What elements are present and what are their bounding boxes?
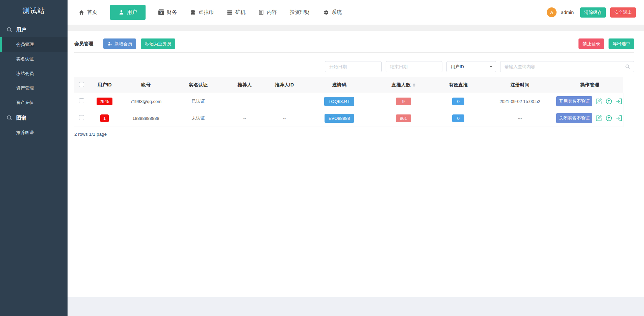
nav-item-system[interactable]: 系统 xyxy=(323,9,342,16)
valid-direct-badge: 0 xyxy=(452,98,464,105)
col-invite-code: 邀请码 xyxy=(305,77,374,93)
edit-icon[interactable] xyxy=(595,114,602,122)
search-box xyxy=(500,61,634,72)
invite-code-badge: TOQ63J4T xyxy=(324,97,354,106)
realname-status-cell: 已认证 xyxy=(171,93,225,110)
toggle-realname-button[interactable]: 关闭实名不验证 xyxy=(556,113,592,123)
search-input[interactable] xyxy=(500,61,634,72)
search-field-select-input[interactable]: 用户ID xyxy=(446,61,496,72)
home-icon xyxy=(78,9,84,16)
top-navbar: 首页 用户 ¥ 财务 虚拟币 xyxy=(68,0,644,25)
row-checkbox[interactable] xyxy=(79,98,84,103)
mark-salesman-button[interactable]: 标记为业务员 xyxy=(141,38,175,49)
nav-item-users[interactable]: 用户 xyxy=(110,5,146,20)
search-icon xyxy=(6,114,13,121)
forbid-login-button[interactable]: 禁止登录 xyxy=(578,38,604,49)
sort-icon[interactable] xyxy=(413,83,415,87)
register-time-cell: 2021-09-02 15:00:52 xyxy=(484,93,556,110)
col-valid-direct: 有效直推 xyxy=(433,77,484,93)
footer-strip xyxy=(68,297,644,316)
nav-item-home[interactable]: 首页 xyxy=(78,9,97,16)
export-selected-button[interactable]: 导出选中 xyxy=(609,38,634,49)
table-header-row: 用户ID 账号 实名认证 推荐人 推荐人ID 邀请码 直推人数 有效直推 xyxy=(74,77,623,93)
start-date-input[interactable] xyxy=(325,61,382,72)
account-cell: 71993@qq.com xyxy=(121,93,171,110)
referrer-id-cell: -- xyxy=(264,110,305,127)
valid-direct-badge: 0 xyxy=(452,114,464,122)
nav-item-crypto[interactable]: 虚拟币 xyxy=(190,9,214,16)
register-time-cell: --- xyxy=(484,110,556,127)
sidebar-item-asset-manage[interactable]: 资产管理 xyxy=(0,81,68,95)
col-realname: 实名认证 xyxy=(171,77,225,93)
realname-status-cell: 未认证 xyxy=(171,110,225,127)
logout-button[interactable]: 安全退出 xyxy=(610,7,636,18)
navbar-right: a admin 清除缓存 安全退出 xyxy=(547,7,636,18)
col-referrer-id: 推荐人ID xyxy=(264,77,305,93)
user-icon xyxy=(119,9,124,15)
content-panel: 会员管理 新增会员 标记为业务员 禁止登录 导出选中 xyxy=(68,31,644,297)
toggle-realname-button[interactable]: 开启实名不验证 xyxy=(556,96,592,106)
sidebar-section-graph[interactable]: 图谱 xyxy=(0,110,68,125)
login-as-icon[interactable] xyxy=(615,98,623,105)
search-icon xyxy=(6,26,13,33)
referrer-id-cell xyxy=(264,93,305,110)
coins-icon xyxy=(190,9,196,16)
search-icon xyxy=(625,64,630,70)
nav-item-investment[interactable]: 投资理财 xyxy=(290,9,310,16)
edit-icon[interactable] xyxy=(595,98,602,105)
upload-icon[interactable] xyxy=(605,114,613,122)
sidebar-section-label: 图谱 xyxy=(16,115,26,121)
avatar[interactable]: a xyxy=(547,7,557,17)
search-field-select: 用户ID xyxy=(446,61,496,72)
sidebar-item-asset-recharge[interactable]: 资产充值 xyxy=(0,95,68,110)
login-as-icon[interactable] xyxy=(615,114,623,122)
navbar-divider-strip xyxy=(68,25,644,31)
sidebar-item-realname-auth[interactable]: 实名认证 xyxy=(0,52,68,66)
members-table: 用户ID 账号 实名认证 推荐人 推荐人ID 邀请码 直推人数 有效直推 xyxy=(74,77,623,127)
toolbar-divider xyxy=(74,52,634,53)
end-date-input[interactable] xyxy=(386,61,442,72)
sidebar-section-label: 用户 xyxy=(16,27,26,33)
user-id-badge: 2945 xyxy=(97,98,112,105)
referrer-cell xyxy=(225,93,264,110)
row-checkbox[interactable] xyxy=(79,115,84,120)
direct-count-badge[interactable]: 9 xyxy=(396,98,411,105)
add-user-icon xyxy=(107,41,112,46)
sidebar-item-member-manage[interactable]: 会员管理 xyxy=(0,37,68,52)
add-member-button[interactable]: 新增会员 xyxy=(103,38,136,49)
col-direct-count[interactable]: 直推人数 xyxy=(374,77,433,93)
toolbar: 会员管理 新增会员 标记为业务员 禁止登录 导出选中 xyxy=(74,38,634,49)
col-account: 账号 xyxy=(121,77,171,93)
col-operations: 操作管理 xyxy=(556,77,623,93)
table-row: 1 18888888888 未认证 -- -- EVO88888 861 0 -… xyxy=(74,110,623,127)
main-area: 首页 用户 ¥ 财务 虚拟币 xyxy=(68,0,644,316)
user-id-badge: 1 xyxy=(100,114,109,122)
yuan-icon: ¥ xyxy=(158,9,164,15)
table-row: 2945 71993@qq.com 已认证 TOQ63J4T 9 0 2021-… xyxy=(74,93,623,110)
document-icon xyxy=(258,9,264,15)
upload-icon[interactable] xyxy=(605,98,613,105)
clear-cache-button[interactable]: 清除缓存 xyxy=(580,7,606,18)
account-cell: 18888888888 xyxy=(121,110,171,127)
filter-bar: 用户ID xyxy=(74,61,634,72)
sidebar-item-frozen-members[interactable]: 冻结会员 xyxy=(0,66,68,81)
nav-item-miner[interactable]: 矿机 xyxy=(227,9,246,16)
gear-icon xyxy=(323,9,329,16)
invite-code-badge: EVO88888 xyxy=(325,114,354,123)
col-register-time: 注册时间 xyxy=(484,77,556,93)
col-referrer: 推荐人 xyxy=(225,77,264,93)
direct-count-badge[interactable]: 861 xyxy=(396,114,411,122)
page-title: 会员管理 xyxy=(74,41,93,47)
sidebar-section-users[interactable]: 用户 xyxy=(0,22,68,37)
select-all-checkbox[interactable] xyxy=(79,82,84,87)
username: admin xyxy=(561,10,574,15)
referrer-cell: -- xyxy=(225,110,264,127)
server-rack-icon xyxy=(227,9,233,16)
admin-app: 测试站 用户 会员管理 实名认证 冻结会员 资产管理 资产充值 图谱 推荐图谱 xyxy=(0,0,644,316)
col-user-id: 用户ID xyxy=(88,77,121,93)
sidebar-item-referral-graph[interactable]: 推荐图谱 xyxy=(0,125,68,140)
nav-menu: 首页 用户 ¥ 财务 虚拟币 xyxy=(78,5,342,20)
pagination-summary: 2 rows 1/1 page xyxy=(74,132,634,137)
nav-item-finance[interactable]: ¥ 财务 xyxy=(158,9,177,16)
nav-item-content[interactable]: 内容 xyxy=(258,9,277,16)
